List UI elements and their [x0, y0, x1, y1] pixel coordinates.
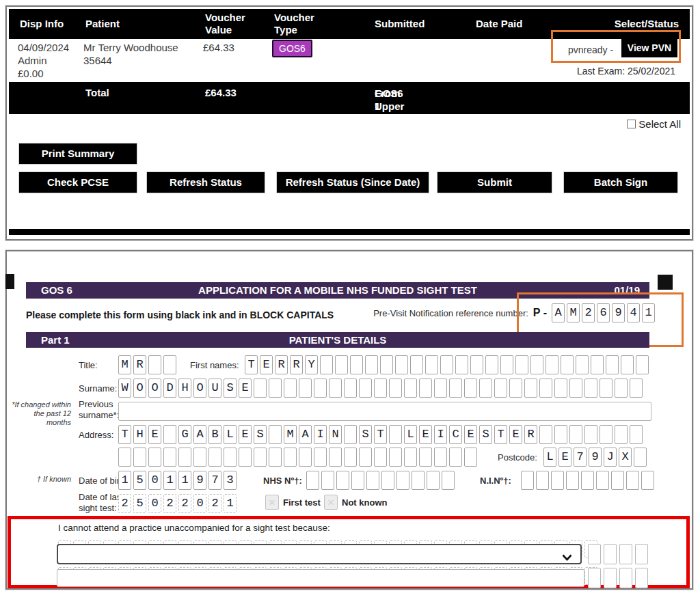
char-box[interactable] — [427, 471, 440, 490]
char-box[interactable] — [576, 355, 589, 374]
char-box[interactable]: H — [133, 425, 146, 444]
char-box[interactable] — [449, 379, 462, 398]
postcode-field[interactable]: LE79JX — [543, 448, 647, 467]
char-box[interactable] — [178, 448, 191, 467]
char-box[interactable]: 9 — [193, 471, 206, 490]
first-names-field[interactable]: TERRY — [245, 355, 649, 374]
char-box[interactable] — [600, 425, 612, 444]
char-box[interactable] — [635, 544, 648, 564]
char-box[interactable]: 2 — [208, 494, 221, 513]
char-box[interactable] — [336, 471, 349, 490]
char-box[interactable] — [521, 471, 534, 490]
char-box[interactable] — [515, 355, 528, 374]
print-summary-button[interactable]: Print Summary — [19, 143, 137, 164]
char-box[interactable] — [269, 448, 282, 467]
voucher-type-badge[interactable]: GOS6 — [272, 40, 312, 57]
char-box[interactable] — [584, 379, 597, 398]
unaccompanied-detail-input[interactable] — [57, 569, 584, 587]
char-box[interactable] — [455, 355, 468, 374]
char-box[interactable] — [494, 379, 507, 398]
char-box[interactable] — [193, 448, 206, 467]
char-box[interactable] — [604, 544, 617, 564]
submit-button[interactable]: Submit — [438, 172, 552, 193]
char-box[interactable]: T — [374, 425, 387, 444]
char-box[interactable]: R — [275, 355, 288, 374]
char-box[interactable] — [449, 448, 462, 467]
char-box[interactable] — [410, 355, 423, 374]
char-box[interactable] — [561, 355, 574, 374]
char-box[interactable] — [374, 379, 387, 398]
char-box[interactable] — [148, 355, 161, 374]
char-box[interactable] — [118, 448, 131, 467]
char-box[interactable]: I — [314, 425, 327, 444]
char-box[interactable]: 0 — [193, 494, 206, 513]
char-box[interactable] — [615, 379, 628, 398]
char-box[interactable]: E — [260, 355, 273, 374]
char-box[interactable] — [425, 355, 438, 374]
char-box[interactable]: H — [178, 379, 191, 398]
char-box[interactable]: O — [148, 379, 161, 398]
char-box[interactable]: C — [449, 425, 462, 444]
char-box[interactable] — [551, 471, 564, 490]
char-box[interactable] — [381, 471, 394, 490]
char-box[interactable] — [500, 355, 513, 374]
char-box[interactable] — [344, 379, 357, 398]
char-box[interactable]: T — [494, 425, 507, 444]
char-box[interactable] — [442, 471, 455, 490]
char-box[interactable] — [314, 448, 327, 467]
char-box[interactable] — [321, 471, 334, 490]
char-box[interactable] — [479, 379, 492, 398]
char-box[interactable] — [389, 379, 402, 398]
char-box[interactable] — [163, 448, 176, 467]
char-box[interactable] — [404, 448, 417, 467]
char-box[interactable]: 2 — [118, 494, 131, 513]
char-box[interactable] — [224, 448, 237, 467]
char-box[interactable] — [335, 355, 348, 374]
char-box[interactable] — [434, 448, 447, 467]
char-box[interactable] — [419, 448, 432, 467]
char-box[interactable] — [530, 355, 543, 374]
char-box[interactable] — [329, 379, 342, 398]
address-line2-field[interactable] — [118, 448, 477, 467]
char-box[interactable]: T — [118, 425, 131, 444]
char-box[interactable] — [606, 355, 619, 374]
refresh-status-button[interactable]: Refresh Status — [147, 172, 265, 193]
char-box[interactable] — [641, 471, 654, 490]
char-box[interactable] — [374, 448, 387, 467]
char-box[interactable] — [148, 448, 161, 467]
char-box[interactable] — [635, 568, 648, 588]
char-box[interactable]: 2 — [163, 494, 176, 513]
char-box[interactable] — [619, 568, 632, 588]
refresh-status-since-date-button[interactable]: Refresh Status (Since Date) — [277, 172, 429, 193]
char-box[interactable]: 9 — [589, 448, 602, 467]
char-box[interactable]: 1 — [118, 471, 131, 490]
char-box[interactable]: E — [464, 425, 477, 444]
char-box[interactable] — [588, 544, 601, 564]
char-box[interactable] — [412, 471, 425, 490]
check-pcse-button[interactable]: Check PCSE — [19, 172, 137, 193]
char-box[interactable]: Y — [305, 355, 318, 374]
char-box[interactable] — [314, 379, 327, 398]
char-box[interactable]: R — [290, 355, 303, 374]
char-box[interactable] — [566, 471, 579, 490]
char-box[interactable] — [434, 379, 447, 398]
char-box[interactable] — [630, 379, 643, 398]
char-box[interactable] — [524, 379, 537, 398]
char-box[interactable]: L — [543, 448, 556, 467]
char-box[interactable]: 1 — [224, 494, 237, 513]
char-box[interactable] — [254, 448, 267, 467]
char-box[interactable]: A — [299, 425, 312, 444]
char-box[interactable] — [163, 355, 176, 374]
char-box[interactable]: E — [239, 425, 252, 444]
char-box[interactable] — [299, 448, 312, 467]
char-box[interactable] — [320, 355, 333, 374]
dob-field[interactable]: 15011973 — [118, 471, 237, 490]
unaccompanied-row1-boxes[interactable] — [588, 544, 648, 564]
char-box[interactable]: E — [419, 425, 432, 444]
title-field[interactable]: MR — [118, 355, 176, 374]
surname-field[interactable]: WOODHOUSE — [118, 379, 643, 398]
char-box[interactable] — [470, 355, 483, 374]
char-box[interactable] — [621, 355, 634, 374]
char-box[interactable]: I — [434, 425, 447, 444]
unaccompanied-reason-select[interactable] — [57, 544, 582, 564]
